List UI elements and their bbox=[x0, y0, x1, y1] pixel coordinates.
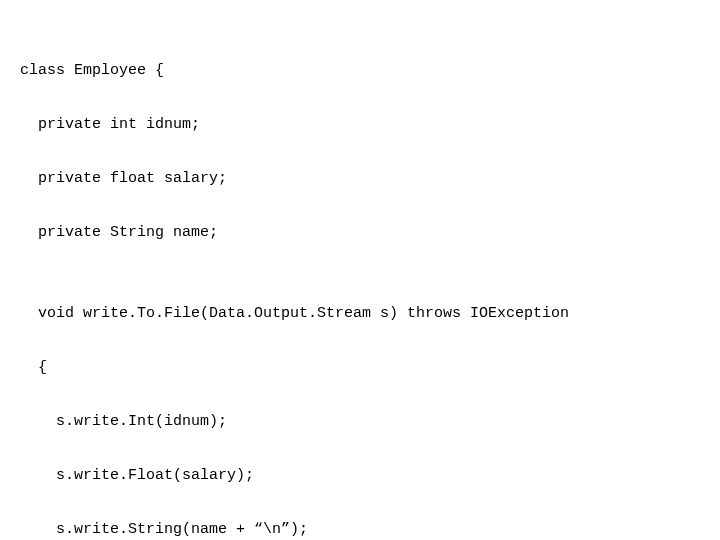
code-line: private String name; bbox=[20, 219, 700, 246]
code-line: { bbox=[20, 354, 700, 381]
code-line: class Employee { bbox=[20, 57, 700, 84]
code-line: private int idnum; bbox=[20, 111, 700, 138]
code-line: s.write.Int(idnum); bbox=[20, 408, 700, 435]
code-line: void write.To.File(Data.Output.Stream s)… bbox=[20, 300, 700, 327]
code-block: class Employee { private int idnum; priv… bbox=[0, 0, 720, 540]
code-line: s.write.String(name + “\n”); bbox=[20, 516, 700, 540]
code-line: private float salary; bbox=[20, 165, 700, 192]
code-line: s.write.Float(salary); bbox=[20, 462, 700, 489]
